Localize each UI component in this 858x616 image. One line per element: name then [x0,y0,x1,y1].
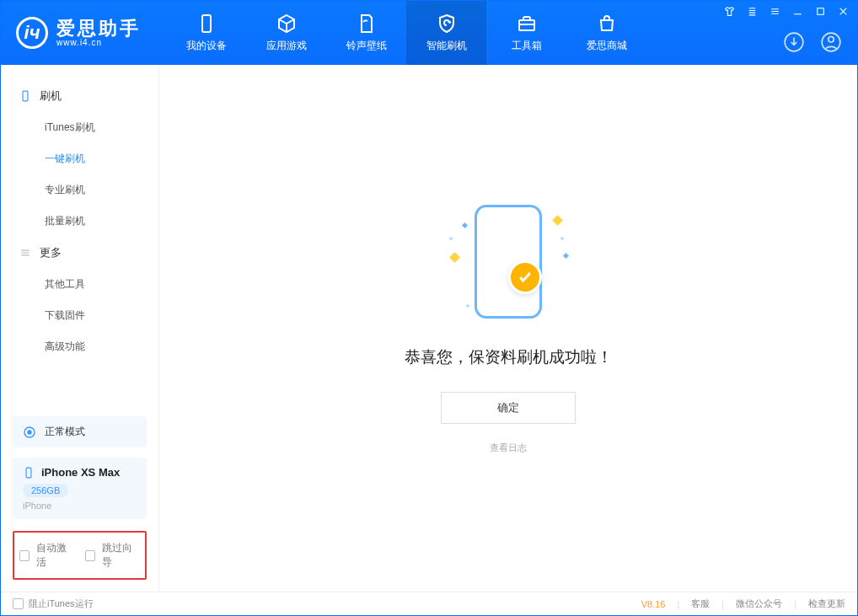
app-title: 爱思助手 [56,19,141,38]
success-graphic [416,203,601,329]
success-title: 恭喜您，保资料刷机成功啦！ [405,346,613,368]
phone-icon [23,467,35,479]
sidebar-section-more: 更多 [1,237,158,269]
toolbox-icon [517,13,537,34]
svg-point-8 [28,431,31,434]
sidebar-section-flash: 刷机 [1,80,158,112]
top-nav: 我的设备 应用游戏 铃声壁纸 智能刷机 工具箱 爱思商城 [166,1,646,65]
mode-label: 正常模式 [45,425,85,439]
device-os: iPhone [23,501,137,511]
section-label: 刷机 [40,88,62,104]
mode-icon [23,426,36,439]
options-row: 自动激活 跳过向导 [13,531,147,580]
svg-rect-0 [202,15,211,32]
nav-label: 应用游戏 [266,39,307,53]
shirt-icon[interactable] [724,6,735,17]
phone-icon [196,13,217,34]
nav-apps[interactable]: 应用游戏 [246,1,326,65]
sidebar-item-oneclick-flash[interactable]: 一键刷机 [1,143,158,174]
nav-label: 我的设备 [186,39,227,53]
music-file-icon [357,13,377,34]
window-controls [724,6,849,17]
skip-guide-label: 跳过向导 [102,541,140,570]
checkmark-badge [508,260,542,294]
close-icon[interactable] [838,6,849,17]
block-itunes-label: 阻止iTunes运行 [29,597,94,610]
sidebar-item-pro-flash[interactable]: 专业刷机 [1,174,158,206]
download-icon[interactable] [783,31,805,53]
nav-toolbox[interactable]: 工具箱 [486,1,566,65]
bag-icon [597,13,617,34]
device-name-label: iPhone XS Max [41,466,120,479]
app-subtitle: www.i4.cn [56,38,141,47]
nav-label: 工具箱 [512,39,542,53]
list-icon[interactable] [770,6,780,17]
checkbox-auto-activate[interactable] [19,550,29,561]
main-content: 恭喜您，保资料刷机成功啦！ 确定 查看日志 [159,65,857,592]
nav-label: 铃声壁纸 [346,39,387,53]
nav-label: 智能刷机 [426,39,467,53]
footer-wechat-link[interactable]: 微信公众号 [736,597,782,610]
menu-icon[interactable] [747,6,758,17]
auto-activate-label: 自动激活 [36,541,74,570]
sidebar-item-advanced[interactable]: 高级功能 [1,331,158,362]
ok-button[interactable]: 确定 [441,392,576,424]
svg-rect-9 [26,468,31,478]
sidebar: 刷机 iTunes刷机 一键刷机 专业刷机 批量刷机 更多 其他工具 下载固件 … [1,65,159,592]
device-card[interactable]: iPhone XS Max 256GB iPhone [13,458,147,519]
status-bar: 阻止iTunes运行 V8.16 | 客服 | 微信公众号 | 检查更新 [1,592,857,615]
shield-refresh-icon [437,13,457,34]
cube-icon [276,13,297,34]
sidebar-item-batch-flash[interactable]: 批量刷机 [1,206,158,237]
list-icon [19,247,31,259]
sidebar-item-other-tools[interactable]: 其他工具 [1,269,158,300]
user-icon[interactable] [820,31,842,53]
nav-store[interactable]: 爱思商城 [566,1,646,65]
version-label: V8.16 [641,599,666,609]
sidebar-item-itunes-flash[interactable]: iTunes刷机 [1,112,158,143]
nav-my-device[interactable]: 我的设备 [166,1,246,65]
maximize-icon[interactable] [815,6,826,17]
nav-label: 爱思商城 [587,39,627,53]
svg-rect-2 [818,8,824,15]
mode-indicator[interactable]: 正常模式 [13,416,147,447]
nav-ringtones[interactable]: 铃声壁纸 [326,1,406,65]
minimize-icon[interactable] [792,6,803,17]
view-log-link[interactable]: 查看日志 [490,442,527,453]
checkbox-skip-guide[interactable] [85,550,95,561]
device-icon [19,90,31,102]
sidebar-item-download-firmware[interactable]: 下载固件 [1,300,158,331]
footer-update-link[interactable]: 检查更新 [808,597,845,610]
success-panel: 恭喜您，保资料刷机成功啦！ 确定 查看日志 [405,203,613,454]
svg-rect-6 [23,91,28,101]
footer-service-link[interactable]: 客服 [691,597,710,610]
section-label: 更多 [40,245,62,260]
checkbox-block-itunes[interactable] [13,598,24,609]
app-header: iч 爱思助手 www.i4.cn 我的设备 应用游戏 铃声壁纸 智能刷机 工具… [1,1,857,65]
nav-flash[interactable]: 智能刷机 [406,1,486,65]
app-logo: iч 爱思助手 www.i4.cn [16,17,141,49]
header-right [783,31,842,53]
logo-badge: iч [16,17,48,49]
svg-point-5 [829,37,834,43]
device-capacity: 256GB [23,484,68,497]
